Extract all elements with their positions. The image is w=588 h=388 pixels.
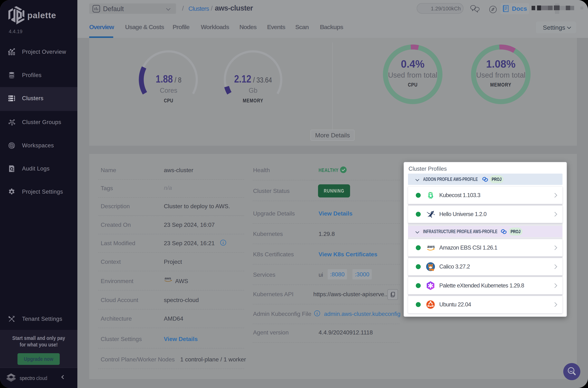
svg-text:aws: aws bbox=[427, 244, 435, 249]
svg-text:aws: aws bbox=[165, 276, 171, 280]
